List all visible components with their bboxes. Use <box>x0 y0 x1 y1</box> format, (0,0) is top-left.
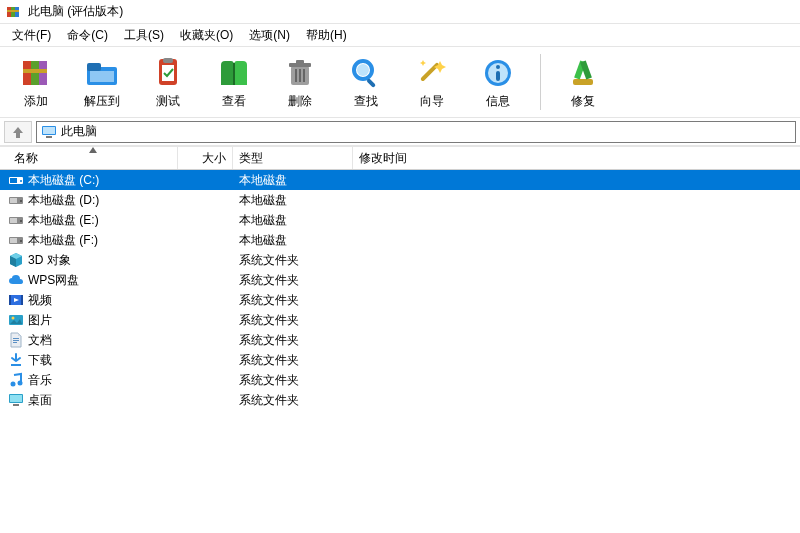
svg-rect-19 <box>299 69 301 82</box>
row-type: 系统文件夹 <box>233 312 353 329</box>
row-type: 系统文件夹 <box>233 272 353 289</box>
drive-icon <box>8 212 24 228</box>
svg-rect-18 <box>295 69 297 82</box>
info-button[interactable]: 信息 <box>474 49 522 115</box>
svg-rect-59 <box>10 395 22 402</box>
extract-button[interactable]: 解压到 <box>78 49 126 115</box>
add-button[interactable]: 添加 <box>12 49 60 115</box>
svg-rect-54 <box>13 342 17 343</box>
winrar-app-icon <box>6 4 22 20</box>
video-icon <box>8 292 24 308</box>
col-type-header[interactable]: 类型 <box>233 147 353 169</box>
row-type: 系统文件夹 <box>233 372 353 389</box>
wand-icon <box>414 55 450 91</box>
window-title: 此电脑 (评估版本) <box>28 3 123 20</box>
row-name: 本地磁盘 (D:) <box>28 192 99 209</box>
svg-point-46 <box>20 240 22 242</box>
list-item[interactable]: 视频系统文件夹 <box>0 290 800 310</box>
wizard-button[interactable]: 向导 <box>408 49 456 115</box>
find-button[interactable]: 查找 <box>342 49 390 115</box>
row-name: 视频 <box>28 292 52 309</box>
test-label: 测试 <box>156 93 180 110</box>
row-type: 本地磁盘 <box>233 192 353 209</box>
archive-add-icon <box>18 55 54 91</box>
list-item[interactable]: 本地磁盘 (E:)本地磁盘 <box>0 210 800 230</box>
svg-rect-53 <box>13 340 19 341</box>
col-date-header[interactable]: 修改时间 <box>353 147 792 169</box>
menu-commands[interactable]: 命令(C) <box>59 25 116 46</box>
file-list[interactable]: 本地磁盘 (C:)本地磁盘本地磁盘 (D:)本地磁盘本地磁盘 (E:)本地磁盘本… <box>0 170 800 533</box>
list-item[interactable]: WPS网盘系统文件夹 <box>0 270 800 290</box>
toolbar-separator <box>540 54 541 110</box>
view-label: 查看 <box>222 93 246 110</box>
list-item[interactable]: 本地磁盘 (C:)本地磁盘 <box>0 170 800 190</box>
menu-file[interactable]: 文件(F) <box>4 25 59 46</box>
up-button[interactable] <box>4 121 32 143</box>
navbar: 此电脑 <box>0 118 800 146</box>
cloud-icon <box>8 272 24 288</box>
svg-rect-42 <box>10 218 17 223</box>
row-type: 本地磁盘 <box>233 232 353 249</box>
repair-button[interactable]: 修复 <box>559 49 607 115</box>
svg-rect-12 <box>162 65 174 81</box>
add-label: 添加 <box>24 93 48 110</box>
column-headers: 名称 大小 类型 修改时间 <box>0 146 800 170</box>
row-name: 本地磁盘 (C:) <box>28 172 99 189</box>
address-bar[interactable]: 此电脑 <box>36 121 796 143</box>
drive-icon <box>8 192 24 208</box>
extract-label: 解压到 <box>84 93 120 110</box>
menu-tools[interactable]: 工具(S) <box>116 25 172 46</box>
delete-label: 删除 <box>288 93 312 110</box>
svg-point-22 <box>357 64 369 76</box>
list-item[interactable]: 图片系统文件夹 <box>0 310 800 330</box>
winrar-window: 此电脑 (评估版本) 文件(F) 命令(C) 工具(S) 收藏夹(O) 选项(N… <box>0 0 800 533</box>
row-type: 本地磁盘 <box>233 212 353 229</box>
svg-rect-13 <box>163 58 173 63</box>
titlebar: 此电脑 (评估版本) <box>0 0 800 24</box>
music-icon <box>8 372 24 388</box>
list-item[interactable]: 下载系统文件夹 <box>0 350 800 370</box>
svg-rect-49 <box>21 295 23 305</box>
row-type: 系统文件夹 <box>233 292 353 309</box>
this-pc-icon <box>41 124 57 140</box>
row-name: 本地磁盘 (E:) <box>28 212 99 229</box>
col-name-header[interactable]: 名称 <box>8 147 178 169</box>
svg-rect-55 <box>11 364 21 366</box>
col-size-header[interactable]: 大小 <box>178 147 233 169</box>
svg-rect-9 <box>87 63 101 71</box>
list-item[interactable]: 3D 对象系统文件夹 <box>0 250 800 270</box>
wizard-label: 向导 <box>420 93 444 110</box>
folder-extract-icon <box>84 55 120 91</box>
row-name: 3D 对象 <box>28 252 71 269</box>
menu-favorites[interactable]: 收藏夹(O) <box>172 25 241 46</box>
row-type: 系统文件夹 <box>233 352 353 369</box>
list-item[interactable]: 文档系统文件夹 <box>0 330 800 350</box>
repair-icon <box>565 55 601 91</box>
col-size-label: 大小 <box>202 150 226 167</box>
picture-icon <box>8 312 24 328</box>
info-label: 信息 <box>486 93 510 110</box>
svg-point-37 <box>20 180 22 182</box>
row-type: 系统文件夹 <box>233 252 353 269</box>
svg-rect-28 <box>496 71 500 81</box>
info-icon <box>480 55 516 91</box>
row-type: 系统文件夹 <box>233 392 353 409</box>
trash-icon <box>282 55 318 91</box>
svg-point-27 <box>496 65 500 69</box>
svg-rect-36 <box>10 178 17 183</box>
search-icon <box>348 55 384 91</box>
list-item[interactable]: 本地磁盘 (D:)本地磁盘 <box>0 190 800 210</box>
list-item[interactable]: 本地磁盘 (F:)本地磁盘 <box>0 230 800 250</box>
menu-help[interactable]: 帮助(H) <box>298 25 355 46</box>
svg-point-51 <box>12 317 15 320</box>
view-button[interactable]: 查看 <box>210 49 258 115</box>
svg-rect-39 <box>10 198 17 203</box>
delete-button[interactable]: 删除 <box>276 49 324 115</box>
list-item[interactable]: 桌面系统文件夹 <box>0 390 800 410</box>
menu-options[interactable]: 选项(N) <box>241 25 298 46</box>
test-button[interactable]: 测试 <box>144 49 192 115</box>
row-name: 图片 <box>28 312 52 329</box>
arrow-up-icon <box>11 125 25 139</box>
drive-blue-icon <box>8 172 24 188</box>
list-item[interactable]: 音乐系统文件夹 <box>0 370 800 390</box>
